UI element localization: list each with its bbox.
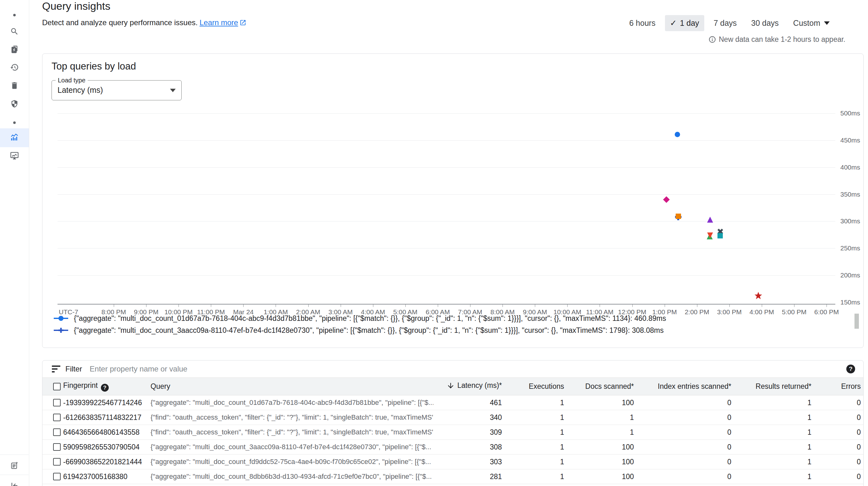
collapse-panel-icon <box>10 481 19 486</box>
value-cell: 461 <box>433 399 502 407</box>
query-cell: {"aggregate": "multi_doc_count_8dbb6b3d-… <box>151 473 433 481</box>
sidebar-item-shield[interactable] <box>0 95 29 114</box>
page-subtitle-text: Detect and analyze query performance iss… <box>42 18 198 27</box>
header-checkbox-cell <box>42 383 63 390</box>
fingerprint-cell: 5909598265530790504 <box>63 443 151 451</box>
legend-text: {"aggregate": "multi_doc_count_01d67a7b-… <box>74 314 666 323</box>
row-checkbox[interactable] <box>53 443 61 451</box>
sidebar-item-notes-sparkle[interactable] <box>0 457 29 476</box>
table-row: 6464365664806143558{"find": "oauth_acces… <box>42 425 863 440</box>
monitor-dashboard-icon <box>10 151 19 161</box>
column-header-label: Errors <box>841 382 861 390</box>
x-axis-tick <box>114 304 114 307</box>
y-axis-label: 200ms <box>840 271 860 279</box>
time-range-label: 30 days <box>751 19 779 28</box>
time-range-6-hours[interactable]: 6 hours <box>624 16 660 31</box>
shield-icon <box>10 99 19 110</box>
row-checkbox[interactable] <box>53 473 61 480</box>
sidebar-item-trash[interactable] <box>0 77 29 96</box>
sidebar-item-query-insights-chart[interactable] <box>0 128 29 147</box>
column-header-index-entries-scanned: Index entries scanned* <box>634 382 731 391</box>
sidebar-item-history[interactable] <box>0 58 29 77</box>
top-queries-card: Top queries by load Load type Latency (m… <box>42 54 864 348</box>
query-cell: {"aggregate": "multi_doc_count_fd9ddc52-… <box>151 458 433 466</box>
data-freshness-text: New data can take 1-2 hours to appear. <box>719 35 845 44</box>
legend-scrollbar-thumb[interactable] <box>855 314 859 329</box>
query-cell: {"aggregate": "multi_doc_count_3aacc09a-… <box>151 443 433 451</box>
x-axis-tick <box>179 304 179 307</box>
chevron-down-icon <box>170 89 176 92</box>
value-cell: 1 <box>502 428 564 437</box>
column-header-label: Results returned* <box>755 382 811 390</box>
x-axis-tick <box>438 304 438 307</box>
select-all-checkbox[interactable] <box>53 383 61 390</box>
row-checkbox-cell <box>42 399 63 406</box>
row-checkbox[interactable] <box>53 428 61 436</box>
time-range-label: 7 days <box>714 19 737 28</box>
gridline <box>58 140 835 141</box>
sidebar-item-query-document[interactable] <box>0 40 29 59</box>
x-axis-label: 4:00 PM <box>749 308 774 316</box>
time-range-30-days[interactable]: 30 days <box>746 16 784 31</box>
fingerprint-cell: 6464365664806143558 <box>63 428 151 437</box>
y-axis-label: 300ms <box>840 217 860 225</box>
fingerprint-cell: -1939399225467714246 <box>63 399 151 407</box>
value-cell: 1 <box>731 458 811 466</box>
sidebar-item-search[interactable] <box>0 23 29 41</box>
x-axis-tick <box>697 304 698 307</box>
query-cell: {"find": "oauth_access_token", "filter":… <box>151 413 433 422</box>
table-row: -1939399225467714246{"aggregate": "multi… <box>42 395 863 410</box>
fingerprint-help-icon[interactable]: ? <box>101 384 109 392</box>
y-axis-label: 150ms <box>840 298 860 306</box>
filter-input[interactable] <box>89 364 841 374</box>
learn-more-link[interactable]: Learn more <box>199 18 246 27</box>
column-header-label: Index entries scanned* <box>658 382 731 390</box>
sidebar-item-dot <box>0 6 29 25</box>
value-cell: 100 <box>564 443 634 451</box>
sidebar-item-monitor-dashboard[interactable] <box>0 147 29 166</box>
fingerprint-cell: -6699038652201821444 <box>63 458 151 466</box>
time-range-1-day[interactable]: ✓1 day <box>665 15 704 31</box>
x-axis-tick <box>502 304 503 307</box>
y-axis-label: 350ms <box>840 191 860 198</box>
value-cell: 0 <box>811 399 864 407</box>
data-point-square <box>676 213 681 219</box>
column-header-results-returned: Results returned* <box>731 382 811 391</box>
row-checkbox[interactable] <box>53 458 61 465</box>
table-header-row: Fingerprint?QueryLatency (ms)*Executions… <box>42 377 863 395</box>
value-cell: 0 <box>811 428 864 437</box>
legend-item: {"aggregate": "multi_doc_count_01d67a7b-… <box>54 312 666 324</box>
check-icon: ✓ <box>670 18 677 28</box>
gridline <box>58 167 835 168</box>
value-cell: 0 <box>811 473 864 481</box>
time-range-custom[interactable]: Custom <box>788 16 835 31</box>
y-axis-label: 250ms <box>840 245 860 252</box>
page-subtitle: Detect and analyze query performance iss… <box>42 18 246 27</box>
legend-item: {"aggregate": "multi_doc_count_3aacc09a-… <box>54 324 666 336</box>
x-axis-label: 5:00 PM <box>782 308 806 316</box>
x-axis-tick <box>243 304 244 307</box>
data-freshness-note: New data can take 1-2 hours to appear. <box>708 35 845 44</box>
query-cell: {"aggregate": "multi_doc_count_01d67a7b-… <box>151 399 433 407</box>
row-checkbox[interactable] <box>53 399 61 406</box>
value-cell: 0 <box>811 443 864 451</box>
data-point-star <box>754 292 762 300</box>
gridline <box>58 275 835 276</box>
time-range-7-days[interactable]: 7 days <box>709 16 742 31</box>
value-cell: 1 <box>731 443 811 451</box>
filter-help-icon[interactable]: ? <box>846 365 855 373</box>
sidebar-item-collapse-panel[interactable] <box>0 477 29 486</box>
row-checkbox-cell <box>42 413 63 421</box>
value-cell: 1 <box>502 458 564 466</box>
column-header-latency-ms[interactable]: Latency (ms)* <box>433 381 502 392</box>
plus-icon <box>58 328 63 333</box>
fingerprint-cell: -6126638357114832217 <box>63 413 151 422</box>
load-type-select[interactable]: Load type Latency (ms) <box>52 80 182 101</box>
value-cell: 0 <box>634 428 731 437</box>
learn-more-label: Learn more <box>199 18 238 27</box>
x-axis-tick <box>665 304 665 307</box>
row-checkbox[interactable] <box>53 413 61 421</box>
dot-icon <box>13 14 16 16</box>
x-axis-tick <box>470 304 470 307</box>
table-row: -6699038652201821444{"aggregate": "multi… <box>42 455 863 469</box>
